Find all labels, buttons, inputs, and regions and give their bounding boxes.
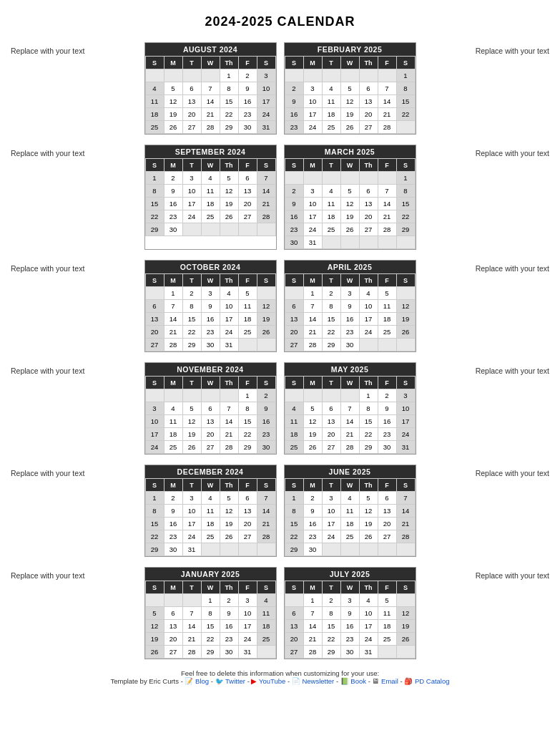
calendar-day: 25 <box>201 530 220 543</box>
calendar-day: 30 <box>285 236 303 249</box>
calendar-day: 28 <box>201 121 220 134</box>
calendar-day <box>359 236 378 249</box>
calendar-day: 28 <box>182 646 201 659</box>
calendar-day: 12 <box>257 300 275 313</box>
calendar-day: 15 <box>182 313 201 326</box>
calendar-day: 24 <box>303 223 322 236</box>
calendar-day <box>396 594 415 607</box>
calendar-day: 14 <box>378 95 396 108</box>
calendar-day: 31 <box>396 441 415 454</box>
calendar-day: 1 <box>396 172 415 185</box>
day-header: Th <box>220 57 238 69</box>
day-header: Th <box>359 159 378 172</box>
calendar-day: 19 <box>182 428 201 441</box>
day-header: M <box>164 377 182 389</box>
calendar-day <box>303 172 322 185</box>
calendar-day: 11 <box>378 607 396 620</box>
calendar-day: 3 <box>303 82 322 95</box>
calendar-day: 11 <box>322 95 340 108</box>
calendar-day <box>145 287 164 300</box>
calendar-day: 16 <box>257 415 275 428</box>
calendar-day: 23 <box>285 121 303 134</box>
calendar-day <box>257 223 275 236</box>
calendar-day <box>340 543 359 556</box>
calendar-day: 15 <box>359 415 378 428</box>
calendar-day: 15 <box>322 620 340 633</box>
calendar-day: 11 <box>340 505 359 518</box>
calendar-day <box>238 339 257 351</box>
calendar-day: 12 <box>340 95 359 108</box>
calendar-day: 1 <box>238 389 257 402</box>
calendar-day: 8 <box>322 300 340 313</box>
calendar-day: 22 <box>359 428 378 441</box>
calendar-day: 17 <box>303 210 322 223</box>
calendar-day <box>145 389 164 402</box>
day-header: M <box>303 159 322 172</box>
calendar-day: 8 <box>322 607 340 620</box>
calendar-day: 1 <box>145 492 164 505</box>
calendar-day: 14 <box>220 415 238 428</box>
calendar-day: 30 <box>340 646 359 659</box>
calendar-day: 6 <box>182 82 201 95</box>
calendar-day: 13 <box>238 185 257 198</box>
calendar-day: 11 <box>145 95 164 108</box>
calendar-day <box>201 223 220 236</box>
calendar-day: 1 <box>220 69 238 82</box>
calendar-day: 3 <box>322 492 340 505</box>
calendar-day: 22 <box>182 326 201 339</box>
day-header: S <box>145 581 164 594</box>
calendar-day <box>378 172 396 185</box>
calendar-day: 20 <box>145 326 164 339</box>
calendar-day: 30 <box>340 339 359 351</box>
calendar-day: 20 <box>182 108 201 121</box>
calendar-day: 23 <box>201 326 220 339</box>
calendar-day: 8 <box>182 300 201 313</box>
calendar-day: 1 <box>145 172 164 185</box>
calendar-day: 30 <box>378 441 396 454</box>
calendar-day: 2 <box>378 389 396 402</box>
calendar-day: 29 <box>145 223 164 236</box>
day-header: W <box>201 377 220 389</box>
calendar-day <box>238 543 257 556</box>
calendar-day: 22 <box>322 633 340 646</box>
calendar-day: 19 <box>340 210 359 223</box>
day-header: S <box>285 274 303 287</box>
calendar-day: 18 <box>285 428 303 441</box>
calendar-day: 28 <box>257 210 275 223</box>
day-header: S <box>396 581 415 594</box>
calendar-day: 21 <box>378 210 396 223</box>
calendar-day <box>359 69 378 82</box>
calendar-day: 16 <box>303 518 322 530</box>
calendar-day: 26 <box>220 210 238 223</box>
left-side-text: Replace with your text <box>11 465 104 477</box>
calendar-day: 29 <box>359 441 378 454</box>
calendar-day: 5 <box>238 287 257 300</box>
calendar-day <box>340 172 359 185</box>
calendar-day: 7 <box>378 185 396 198</box>
calendar-day: 2 <box>322 287 340 300</box>
calendar-day: 5 <box>220 172 238 185</box>
calendar-day: 19 <box>340 108 359 121</box>
calendar-day <box>285 594 303 607</box>
calendar-day <box>164 389 182 402</box>
calendar-day <box>396 287 415 300</box>
day-header: S <box>145 377 164 389</box>
calendar-day: 7 <box>201 82 220 95</box>
calendar-day: 31 <box>182 543 201 556</box>
calendar-day <box>340 236 359 249</box>
day-header: S <box>285 479 303 492</box>
day-header: S <box>257 57 275 69</box>
calendar-day: 10 <box>359 300 378 313</box>
calendar-day: 29 <box>285 543 303 556</box>
calendar-day: 5 <box>145 607 164 620</box>
calendar-day: 29 <box>322 339 340 351</box>
day-header: M <box>303 274 322 287</box>
calendar-day: 31 <box>257 121 275 134</box>
calendar-header: MAY 2025 <box>285 363 416 376</box>
calendar-day: 20 <box>238 518 257 530</box>
day-header: Th <box>359 57 378 69</box>
calendar-day: 1 <box>396 69 415 82</box>
calendar-day: 16 <box>340 620 359 633</box>
calendar-day: 4 <box>340 492 359 505</box>
calendar-month: MARCH 2025SMTWThFS1234567891011121314151… <box>284 145 416 250</box>
